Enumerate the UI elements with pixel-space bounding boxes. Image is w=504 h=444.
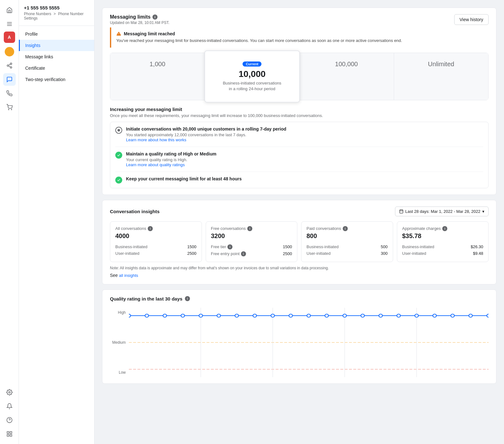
quality-rating-title: Quality rating in the last 30 days <box>110 296 182 301</box>
view-history-button[interactable]: View history <box>454 14 489 25</box>
insight-all-value: 4000 <box>115 232 197 240</box>
insight-free-row-1: Free tier i 1500 <box>211 243 292 250</box>
settings-icon[interactable] <box>3 386 16 399</box>
breadcrumb: Phone Numbers > Phone Number Settings <box>24 12 89 20</box>
insight-card-charges: Approximate charges i $35.78 Business-in… <box>397 221 489 262</box>
quality-rating-header: Quality rating in the last 30 days i <box>110 296 489 301</box>
quality-chart: High Medium Low <box>110 308 489 377</box>
grid-icon[interactable] <box>3 428 16 440</box>
insight-free-title: Free conversations i <box>211 226 292 231</box>
tier-100000: 100,000 <box>299 53 394 100</box>
chart-canvas <box>129 308 489 377</box>
req-3-content: Keep your current messaging limit for at… <box>126 176 242 182</box>
svg-point-43 <box>361 314 364 317</box>
req-2-desc: Your current quality rating is High. <box>126 157 216 162</box>
quality-rating-card: Quality rating in the last 30 days i Hig… <box>102 289 496 384</box>
free-tier-info-icon[interactable]: i <box>227 244 232 249</box>
sidebar-nav: Profile Insights Message links Certifica… <box>19 26 94 88</box>
calendar-icon <box>399 209 404 213</box>
messaging-limits-header: Messaging limits i Updated on Mar 28, 10… <box>110 14 489 25</box>
svg-point-41 <box>325 314 328 317</box>
insight-charges-row-2: User-initiated $9.48 <box>402 250 484 257</box>
free-entry-info-icon[interactable]: i <box>241 251 246 256</box>
svg-point-31 <box>145 314 148 317</box>
svg-point-47 <box>433 314 436 317</box>
svg-point-40 <box>307 314 310 317</box>
date-picker-button[interactable]: Last 28 days: Mar 1, 2022 - Mar 28, 2022… <box>395 207 489 216</box>
see-all-insights-link[interactable]: all insights <box>119 273 138 278</box>
increase-subtitle: Once you meet all these requirements, yo… <box>110 113 489 118</box>
yellow-circle-icon[interactable] <box>3 45 16 58</box>
svg-point-3 <box>10 63 12 65</box>
sidebar-item-message-links[interactable]: Message links <box>19 51 94 62</box>
messaging-limits-updated: Updated on Mar 28, 10:01 AM PST. <box>110 20 169 25</box>
help-icon[interactable] <box>3 414 16 426</box>
chat-icon[interactable] <box>3 73 16 86</box>
insight-card-all: All conversations i 4000 Business-initia… <box>110 221 202 262</box>
y-label-medium: Medium <box>110 340 126 345</box>
insights-title: Conversation insights <box>110 209 160 214</box>
insight-all-row-1: Business-initiated 1500 <box>115 243 197 250</box>
svg-point-49 <box>469 314 472 317</box>
phone-icon[interactable] <box>3 87 16 100</box>
svg-rect-13 <box>7 432 9 434</box>
insight-charges-info-icon[interactable]: i <box>442 226 447 231</box>
chart-area: High Medium Low <box>110 308 489 377</box>
requirement-2: Maintain a quality rating of High or Med… <box>115 147 483 172</box>
insights-note: Note: All insights data is approximate a… <box>110 266 489 270</box>
svg-point-5 <box>10 67 12 68</box>
svg-point-37 <box>253 314 256 317</box>
insight-charges-row-1: Business-initiated $26.30 <box>402 243 484 250</box>
tier-10000-active: Current 10,000 Business-initiated conver… <box>204 50 300 102</box>
insight-card-free: Free conversations i 3200 Free tier i 15… <box>206 221 298 262</box>
req-1-link[interactable]: Learn more about how this works <box>126 137 186 142</box>
messaging-limits-info-icon[interactable]: i <box>152 15 158 20</box>
svg-point-42 <box>343 314 346 317</box>
insights-header: Conversation insights Last 28 days: Mar … <box>110 207 489 216</box>
req-2-link[interactable]: Learn more about quality ratings <box>126 162 185 167</box>
svg-point-8 <box>8 109 9 110</box>
home-icon[interactable] <box>3 4 16 16</box>
quality-rating-info-icon[interactable]: i <box>185 296 190 301</box>
sidebar-item-certificate[interactable]: Certificate <box>19 62 94 74</box>
insight-paid-row-1: Business-initiated 500 <box>306 243 388 250</box>
tiers-row: 1,000 Current 10,000 Business-initiated … <box>110 53 489 100</box>
svg-point-44 <box>379 314 382 317</box>
insight-all-title: All conversations i <box>115 226 197 231</box>
sidebar-item-insights[interactable]: Insights <box>19 40 94 51</box>
insight-free-info-icon[interactable]: i <box>247 226 252 231</box>
cart-icon[interactable] <box>3 101 16 114</box>
y-label-low: Low <box>110 370 126 375</box>
svg-point-10 <box>9 392 10 393</box>
insight-charges-title: Approximate charges i <box>402 226 484 231</box>
req-1-content: Initiate conversations with 20,000 uniqu… <box>126 126 286 142</box>
insight-free-value: 3200 <box>211 232 292 240</box>
branch-icon[interactable] <box>3 59 16 72</box>
svg-rect-19 <box>399 210 403 213</box>
quality-chart-svg <box>129 308 489 377</box>
messaging-limits-title-area: Messaging limits i Updated on Mar 28, 10… <box>110 14 169 25</box>
phone-number: +1 555 555 5555 <box>24 5 89 10</box>
req-2-title: Maintain a quality rating of High or Med… <box>126 151 216 156</box>
tier-10000-label: Business-initiated conversationsin a rol… <box>210 80 295 92</box>
conversation-insights-card: Conversation insights Last 28 days: Mar … <box>102 200 496 284</box>
sidebar-item-profile[interactable]: Profile <box>19 28 94 40</box>
req-2-icon <box>115 152 122 159</box>
bell-icon[interactable] <box>3 400 16 412</box>
insight-all-info-icon[interactable]: i <box>148 226 153 231</box>
y-axis: High Medium Low <box>110 308 129 377</box>
messaging-limits-title: Messaging limits i <box>110 14 169 20</box>
svg-point-39 <box>289 314 292 317</box>
chevron-down-icon: ▾ <box>482 209 484 214</box>
svg-point-36 <box>235 314 238 317</box>
insight-all-row-2: User-initiated 2500 <box>115 250 197 257</box>
sidebar-item-two-step[interactable]: Two-step verification <box>19 74 94 85</box>
svg-point-45 <box>397 314 400 317</box>
svg-point-4 <box>7 65 9 67</box>
insight-paid-info-icon[interactable]: i <box>343 226 348 231</box>
red-app-icon[interactable]: A <box>4 32 15 43</box>
insights-grid: All conversations i 4000 Business-initia… <box>110 221 489 262</box>
menu-icon[interactable] <box>3 18 16 30</box>
svg-point-34 <box>199 314 203 317</box>
y-label-high: High <box>110 310 126 315</box>
